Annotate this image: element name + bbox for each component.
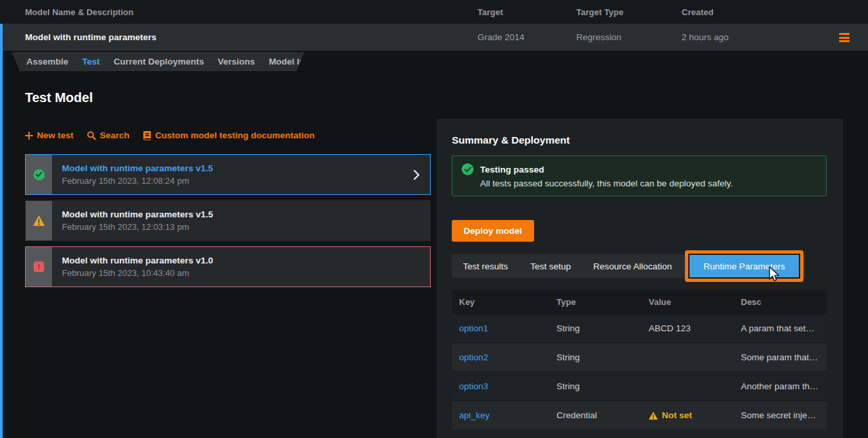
param-type: String bbox=[549, 323, 641, 333]
warning-triangle-icon bbox=[649, 412, 658, 420]
test-title: Model with runtime parameters v1.5 bbox=[62, 209, 213, 219]
col-desc: Desc bbox=[734, 297, 827, 307]
test-list: Model with runtime parameters v1.5 Febru… bbox=[25, 154, 431, 292]
tab-test-results[interactable]: Test results bbox=[452, 254, 519, 278]
test-title: Model with runtime parameters v1.5 bbox=[62, 163, 213, 173]
test-toolbar: New test Search Custom model testing doc… bbox=[25, 130, 315, 140]
table-row: api_key Credential Not set Some secret i… bbox=[452, 400, 827, 429]
new-test-button[interactable]: New test bbox=[25, 130, 74, 140]
param-key-link[interactable]: api_key bbox=[452, 410, 549, 420]
param-desc: Some param that… bbox=[734, 352, 827, 362]
test-list-item[interactable]: ! Model with runtime parameters v1.0 Feb… bbox=[25, 246, 431, 287]
model-tabs: Assemble Test Current Deployments Versio… bbox=[12, 52, 304, 71]
table-row: option2 String Some param that… bbox=[452, 342, 827, 371]
table-header-row: Key Type Value Desc bbox=[452, 290, 827, 314]
test-date: February 15th 2023, 10:43:40 am bbox=[62, 268, 213, 278]
param-key-link[interactable]: option1 bbox=[452, 323, 549, 333]
hamburger-menu-icon[interactable] bbox=[839, 33, 850, 42]
param-desc: A param that set… bbox=[734, 323, 827, 333]
custom-model-testing-docs-link[interactable]: Custom model testing documentation bbox=[143, 130, 315, 140]
model-target-type: Regression bbox=[576, 32, 682, 42]
search-button[interactable]: Search bbox=[87, 130, 130, 140]
chevron-right-icon bbox=[414, 170, 420, 180]
banner-message: All tests passed successfully, this mode… bbox=[480, 178, 817, 188]
runtime-parameters-table: Key Type Value Desc option1 String ABCD … bbox=[452, 290, 827, 429]
param-type: Credential bbox=[549, 410, 641, 420]
book-icon bbox=[143, 131, 151, 140]
column-target: Target bbox=[477, 7, 576, 17]
param-type: String bbox=[549, 352, 641, 362]
warning-icon bbox=[33, 215, 45, 226]
table-row: option3 String Another param th… bbox=[452, 371, 827, 400]
model-name: Model with runtime parameters bbox=[0, 32, 477, 42]
banner-title: Testing passed bbox=[480, 165, 544, 175]
panel-title: Summary & Deployment bbox=[452, 134, 827, 146]
testing-passed-banner: Testing passed All tests passed successf… bbox=[452, 155, 827, 196]
test-list-item[interactable]: Model with runtime parameters v1.5 Febru… bbox=[25, 154, 431, 195]
selection-stripe bbox=[0, 24, 3, 438]
table-row: option1 String ABCD 123 A param that set… bbox=[452, 314, 827, 342]
param-value: ABCD 123 bbox=[641, 323, 734, 333]
column-target-type: Target Type bbox=[576, 7, 682, 17]
tab-assemble[interactable]: Assemble bbox=[26, 57, 68, 67]
search-icon bbox=[87, 131, 96, 140]
param-key-link[interactable]: option3 bbox=[452, 381, 549, 391]
tab-versions[interactable]: Versions bbox=[218, 57, 255, 67]
summary-deployment-panel: Summary & Deployment Testing passed All … bbox=[437, 119, 843, 438]
test-list-item[interactable]: Model with runtime parameters v1.5 Febru… bbox=[25, 200, 431, 241]
success-icon bbox=[34, 169, 45, 180]
tab-model-info[interactable]: Model Info bbox=[269, 57, 313, 67]
page: Model Name & Description Target Target T… bbox=[0, 0, 868, 438]
result-tabs: Test results Test setup Resource Allocat… bbox=[452, 254, 805, 278]
tab-runtime-parameters[interactable]: Runtime Parameters bbox=[688, 254, 800, 279]
plus-icon bbox=[25, 132, 33, 140]
tab-test-setup[interactable]: Test setup bbox=[519, 254, 582, 278]
param-type: String bbox=[549, 381, 641, 391]
col-type: Type bbox=[549, 297, 641, 307]
test-title: Model with runtime parameters v1.0 bbox=[62, 256, 213, 265]
column-model-name: Model Name & Description bbox=[0, 7, 477, 17]
check-circle-icon bbox=[462, 163, 474, 175]
model-table-header: Model Name & Description Target Target T… bbox=[0, 0, 868, 24]
error-icon: ! bbox=[34, 261, 44, 272]
param-desc: Some secret inje… bbox=[734, 410, 827, 420]
test-date: February 15th 2023, 12:08:24 pm bbox=[62, 176, 213, 186]
page-title: Test Model bbox=[25, 90, 93, 105]
test-date: February 15th 2023, 12:03:13 pm bbox=[62, 222, 213, 232]
value-not-set-warning: Not set bbox=[649, 410, 734, 420]
param-desc: Another param th… bbox=[734, 381, 827, 391]
column-created: Created bbox=[682, 7, 868, 17]
param-key-link[interactable]: option2 bbox=[452, 352, 549, 362]
deploy-model-button[interactable]: Deploy model bbox=[452, 220, 534, 242]
tab-test[interactable]: Test bbox=[82, 57, 100, 67]
col-key: Key bbox=[452, 297, 549, 307]
tab-resource-allocation[interactable]: Resource Allocation bbox=[582, 254, 683, 278]
col-value: Value bbox=[641, 297, 734, 307]
model-row[interactable]: Model with runtime parameters Grade 2014… bbox=[0, 24, 868, 52]
tab-current-deployments[interactable]: Current Deployments bbox=[114, 57, 204, 67]
model-target: Grade 2014 bbox=[477, 32, 576, 42]
